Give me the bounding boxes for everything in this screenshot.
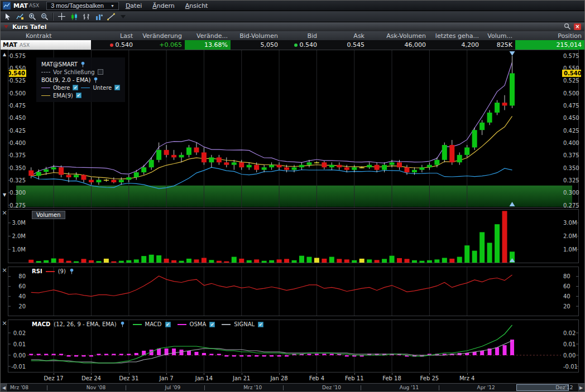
- zoom-out-button[interactable]: [39, 12, 50, 21]
- quote-table-row[interactable]: MAT ASX 0.540 +0.065 13.68% 5,050 0.540 …: [1, 40, 584, 50]
- change-pct-cell: 13.68%: [185, 40, 231, 50]
- svg-text:0.01: 0.01: [563, 341, 576, 347]
- pin-icon[interactable]: [69, 268, 74, 274]
- volume-panel[interactable]: 3.0M3.0M2.0M2.0M1.0M1.0M × Volumen: [1, 209, 584, 263]
- time-axis: Dez 17Dez 24Dez 31Jan 7Jan 14Jan 21Jan 2…: [1, 373, 584, 383]
- marker-high-icon: [509, 51, 515, 56]
- osma-checkbox[interactable]: ✔: [209, 322, 215, 327]
- volume-bar: [299, 256, 304, 263]
- pin-icon[interactable]: [80, 61, 85, 67]
- rsi-panel-close-button[interactable]: ×: [2, 268, 7, 273]
- panel-collapse-button[interactable]: ▼: [2, 192, 7, 198]
- ema-checkbox[interactable]: ✔: [76, 93, 81, 98]
- svg-text:0.325: 0.325: [9, 177, 26, 183]
- volume-bar: [472, 251, 477, 263]
- col-ask[interactable]: Ask: [320, 32, 367, 40]
- macd-panel[interactable]: 0.020.020.010.010.000.00-0.01-0.01 × MAC…: [1, 320, 584, 372]
- svg-text:0.350: 0.350: [9, 165, 26, 171]
- price-panel[interactable]: 0.5750.5750.5500.5500.5250.5250.5000.500…: [1, 50, 584, 208]
- macd-panel-close-button[interactable]: ×: [2, 321, 7, 326]
- chart-style-caret-button[interactable]: [118, 12, 128, 21]
- quote-search-icon[interactable]: [564, 22, 571, 32]
- downtick-dot-icon: [110, 43, 113, 47]
- col-change[interactable]: Veränderung: [136, 32, 185, 40]
- rsi-panel[interactable]: 8080606040402020 × RSI (9): [1, 267, 584, 316]
- svg-text:0.540: 0.540: [7, 70, 25, 76]
- volume-panel-close-button[interactable]: ×: [2, 210, 7, 216]
- volume-bar: [487, 243, 492, 263]
- col-bid[interactable]: Bid: [281, 32, 320, 40]
- svg-text:0.450: 0.450: [9, 115, 26, 121]
- crosshair-button[interactable]: [56, 12, 67, 21]
- preclose-checkbox[interactable]: [98, 69, 103, 75]
- ema-label: EMA(9): [53, 93, 73, 99]
- quote-panel-header: Kurs Tafel ×: [1, 22, 584, 31]
- col-change-pct[interactable]: Verände...: [185, 32, 231, 40]
- pointer-tool-button[interactable]: [2, 12, 13, 21]
- legend-symbol: MAT@SMART: [41, 61, 78, 67]
- col-volume[interactable]: Volum...: [482, 32, 515, 40]
- trendline-icon: [107, 13, 115, 21]
- osma-bar: [503, 345, 507, 355]
- volume-bar: [66, 261, 71, 263]
- bb-lower-checkbox[interactable]: ✔: [114, 85, 120, 90]
- signal-checkbox[interactable]: ✔: [258, 322, 263, 327]
- pin-icon[interactable]: [120, 321, 125, 327]
- volume-bar: [269, 260, 274, 263]
- svg-text:20: 20: [563, 303, 570, 309]
- col-last-size[interactable]: letztes geha...: [429, 32, 482, 40]
- col-position[interactable]: Position: [515, 32, 584, 40]
- bar-style-button[interactable]: [81, 12, 92, 21]
- panel-expand-button[interactable]: ▲: [2, 52, 7, 57]
- time-axis-tick: [204, 373, 204, 375]
- svg-text:60: 60: [563, 283, 570, 289]
- svg-text:0.500: 0.500: [9, 90, 26, 96]
- volume-bar: [171, 260, 176, 263]
- svg-text:1.0M: 1.0M: [563, 246, 577, 253]
- trendline-button[interactable]: [106, 12, 116, 21]
- volume-bar: [247, 260, 252, 263]
- volume-bar: [104, 259, 109, 263]
- scrollbar-date-label: Dez'12: [555, 385, 573, 390]
- timeframe-dropdown[interactable]: 3 mos/Tagesbalken ▼: [46, 2, 119, 10]
- pin-icon[interactable]: [93, 77, 98, 83]
- volume-bar: [89, 260, 94, 263]
- candle-style-button[interactable]: [69, 12, 79, 21]
- scrollbar-track[interactable]: Mrz '08Nov '08Jul '09Mrz '10Dez '10Aug '…: [8, 384, 577, 392]
- osma-bar: [135, 353, 138, 355]
- scrollbar-date-label: Mrz '08: [10, 385, 28, 390]
- osma-bar: [81, 355, 85, 357]
- volume-bar: [367, 259, 372, 263]
- menu-datei[interactable]: Datei: [122, 2, 146, 9]
- osma-bar: [29, 354, 33, 356]
- bar-style-icon: [83, 13, 90, 21]
- col-kontrakt[interactable]: Kontrakt: [1, 32, 91, 40]
- col-bid-volume[interactable]: Bid-Volumen: [231, 32, 281, 40]
- last-size-cell: 4,200: [429, 40, 482, 50]
- compare-button[interactable]: [93, 12, 104, 21]
- scroll-right-button[interactable]: ▶: [577, 384, 584, 392]
- macd-checkbox[interactable]: ✔: [165, 322, 171, 327]
- volume-bar: [434, 259, 439, 263]
- scrollbar-date-label: Dez '10: [322, 385, 341, 390]
- quote-panel-close-button[interactable]: ×: [574, 23, 581, 30]
- menu-ansicht[interactable]: Ansicht: [181, 2, 212, 9]
- col-last[interactable]: Last: [91, 32, 136, 40]
- volume-bar: [284, 259, 289, 263]
- osma-bar: [52, 354, 56, 356]
- time-scrollbar[interactable]: ◀ Mrz '08Nov '08Jul '09Mrz '10Dez '10Aug…: [1, 383, 584, 392]
- volume-bar: [209, 260, 214, 263]
- chart-edit-button[interactable]: [15, 12, 25, 21]
- scrollbar-tick: [361, 385, 361, 390]
- signal-line: [31, 341, 512, 363]
- bb-upper-checkbox[interactable]: ✔: [73, 85, 78, 90]
- volume-chart-svg: 3.0M3.0M2.0M2.0M1.0M1.0M: [1, 209, 585, 263]
- time-axis-tick: [392, 373, 392, 375]
- time-axis-label: Jan 28: [270, 375, 287, 381]
- col-ask-volume[interactable]: Ask-Volumen: [367, 32, 429, 40]
- zoom-in-button[interactable]: [27, 12, 37, 21]
- collapse-triangle-icon[interactable]: [4, 25, 8, 28]
- menu-aendern[interactable]: Ändern: [148, 2, 179, 9]
- scroll-left-button[interactable]: ◀: [1, 384, 8, 392]
- contract-cell[interactable]: MAT ASX: [1, 40, 91, 50]
